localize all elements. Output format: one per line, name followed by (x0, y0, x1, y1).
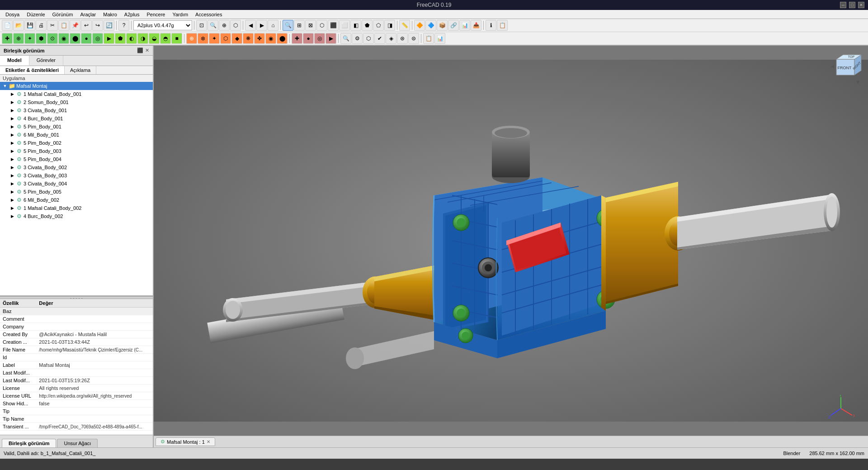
tb-mat[interactable]: 🔶 (414, 20, 425, 31)
tree-area[interactable]: Uygulama ▼ 📁 Mafsal Montaj ▶ ⚙ 1 Mafsal … (0, 75, 153, 296)
menu-makro[interactable]: Makro (99, 11, 121, 18)
tb2-21[interactable]: ◆ (231, 33, 242, 44)
tb-view-std[interactable]: ⊕ (219, 20, 230, 31)
tab-gorevler[interactable]: Görevler (29, 56, 63, 66)
tb-view-fit[interactable]: ⊡ (196, 20, 207, 31)
tree-expand-10[interactable]: ▶ (9, 164, 15, 171)
scene-area[interactable]: FRONT RIGHT TOP ◂ ▾ X Y (154, 46, 868, 436)
tb2-3[interactable]: ✦ (24, 33, 35, 44)
tb2-30[interactable]: 🔍 (340, 33, 351, 44)
tree-expand-12[interactable]: ▶ (9, 180, 15, 187)
tree-item-12[interactable]: ▶ ⚙ 3 Civata_Body_004 (0, 180, 153, 188)
bottom-tab-unsur[interactable]: Unsur Ağacı (57, 439, 98, 447)
tb2-29[interactable]: ▶ (326, 33, 336, 44)
tb2-23[interactable]: ✤ (254, 33, 265, 44)
tb-copy[interactable]: 📋 (58, 20, 69, 31)
tb2-14[interactable]: ◒ (149, 33, 160, 44)
tb2-24[interactable]: ◉ (265, 33, 276, 44)
tree-item-3[interactable]: ▶ ⚙ 3 Civata_Body_001 (0, 106, 153, 114)
tb-info[interactable]: ℹ (486, 20, 496, 31)
menu-dosya[interactable]: Dosya (2, 11, 23, 18)
tree-item-7[interactable]: ▶ ⚙ 5 Pim_Body_002 (0, 139, 153, 147)
tb-mat3[interactable]: 📦 (437, 20, 448, 31)
tree-item-9[interactable]: ▶ ⚙ 5 Pim_Body_004 (0, 155, 153, 163)
tb2-15[interactable]: ◓ (160, 33, 171, 44)
tb2-22[interactable]: ❋ (243, 33, 254, 44)
tb2-7[interactable]: ⬤ (70, 33, 80, 44)
tb2-8[interactable]: ● (81, 33, 92, 44)
tb-nav-back[interactable]: ◀ (245, 20, 256, 31)
tree-expand-4[interactable]: ▶ (9, 115, 15, 122)
tb-zoom-box[interactable]: 🔍 (283, 20, 293, 31)
menu-a2plus[interactable]: A2plus (121, 11, 143, 18)
tb-refresh[interactable]: 🔄 (104, 20, 114, 31)
close-button[interactable]: ✕ (858, 2, 864, 8)
tree-expand-11[interactable]: ▶ (9, 172, 15, 179)
tb2-2[interactable]: ⊕ (13, 33, 24, 44)
minimize-button[interactable]: ─ (840, 2, 846, 8)
tb2-32[interactable]: ⬡ (363, 33, 374, 44)
tb-view-iso[interactable]: ⬡ (316, 20, 327, 31)
tree-expand-9[interactable]: ▶ (9, 156, 15, 162)
tb-paste[interactable]: 📌 (70, 20, 80, 31)
bottom-tab-gorunum[interactable]: Birleşik görünüm (2, 439, 56, 447)
tb-view-top[interactable]: ⬜ (339, 20, 350, 31)
tree-item-root[interactable]: ▼ 📁 Mafsal Montaj (0, 82, 153, 90)
vp-tab-close[interactable]: ✕ (207, 439, 210, 444)
panel-close-btn[interactable]: ✕ (145, 47, 149, 53)
workbench-dropdown[interactable]: A2plus V0.4.47g (133, 20, 192, 30)
tb-view-front[interactable]: ⬛ (328, 20, 339, 31)
tb2-16[interactable]: ■ (171, 33, 182, 44)
tb-view-left[interactable]: ◨ (384, 20, 395, 31)
tb-new[interactable]: 📄 (2, 20, 13, 31)
tree-item-5[interactable]: ▶ ⚙ 5 Pim_Body_001 (0, 123, 153, 131)
tb2-6[interactable]: ◉ (58, 33, 69, 44)
tree-expand-14[interactable]: ▶ (9, 197, 15, 203)
tree-expand-1[interactable]: ▶ (9, 91, 15, 97)
tb-redo[interactable]: ↪ (92, 20, 103, 31)
tree-item-2[interactable]: ▶ ⚙ 2 Somun_Body_001 (0, 98, 153, 106)
tb2-20[interactable]: ⬡ (220, 33, 231, 44)
tb2-18[interactable]: ⊗ (198, 33, 208, 44)
tree-item-10[interactable]: ▶ ⚙ 3 Civata_Body_002 (0, 163, 153, 171)
sub-tab-aciklama[interactable]: Açıklama (65, 66, 96, 74)
tree-item-13[interactable]: ▶ ⚙ 5 Pim_Body_005 (0, 188, 153, 196)
tb-measure[interactable]: 📏 (399, 20, 410, 31)
tb-view-fit-sel[interactable]: 🔍 (208, 20, 218, 31)
tb2-25[interactable]: ⬤ (277, 33, 288, 44)
tree-item-4[interactable]: ▶ ⚙ 4 Burc_Body_001 (0, 114, 153, 123)
tb-view-rear[interactable]: ⬟ (362, 20, 373, 31)
tree-item-16[interactable]: ▶ ⚙ 4 Burc_Body_002 (0, 212, 153, 220)
tb2-33[interactable]: ✔ (374, 33, 385, 44)
tb2-12[interactable]: ◐ (126, 33, 137, 44)
tb2-31[interactable]: ⚙ (352, 33, 363, 44)
tree-expand-5[interactable]: ▶ (9, 123, 15, 130)
tb2-34[interactable]: ◈ (386, 33, 396, 44)
tree-expand-3[interactable]: ▶ (9, 107, 15, 114)
tb-info2[interactable]: 📋 (497, 20, 508, 31)
tb-view-bottom[interactable]: ⬠ (373, 20, 384, 31)
tb-open[interactable]: 📂 (13, 20, 24, 31)
tb2-4[interactable]: ⬢ (36, 33, 47, 44)
tree-expand-8[interactable]: ▶ (9, 148, 15, 154)
tree-item-11[interactable]: ▶ ⚙ 3 Civata_Body_003 (0, 171, 153, 180)
tb2-19[interactable]: ✦ (209, 33, 220, 44)
properties-area[interactable]: Özellik Değer Baz Comment Company (0, 299, 153, 435)
viewport-tab-main[interactable]: ⚙ Mafsal Montaj : 1 ✕ (156, 437, 215, 446)
tree-expand-7[interactable]: ▶ (9, 140, 15, 146)
tb-zoom-fit[interactable]: ⊞ (294, 20, 305, 31)
tb2-36[interactable]: ⊜ (408, 33, 419, 44)
tb2-26[interactable]: ✚ (292, 33, 302, 44)
tree-expand-2[interactable]: ▶ (9, 99, 15, 105)
menu-accessories[interactable]: Accessories (192, 11, 226, 18)
tree-item-8[interactable]: ▶ ⚙ 5 Pim_Body_003 (0, 147, 153, 155)
tab-model[interactable]: Model (0, 56, 29, 66)
tb-nav-fwd[interactable]: ▶ (256, 20, 267, 31)
tb-export[interactable]: 📊 (459, 20, 470, 31)
tb-mat4[interactable]: 🔗 (448, 20, 459, 31)
tree-item-15[interactable]: ▶ ⚙ 1 Mafsal Catali_Body_002 (0, 204, 153, 212)
tb-help[interactable]: ? (118, 20, 129, 31)
sub-tab-etiketler[interactable]: Etiketler & öznitelikleri (0, 66, 65, 74)
tb-save[interactable]: 💾 (24, 20, 35, 31)
tb2-37[interactable]: 📋 (423, 33, 434, 44)
